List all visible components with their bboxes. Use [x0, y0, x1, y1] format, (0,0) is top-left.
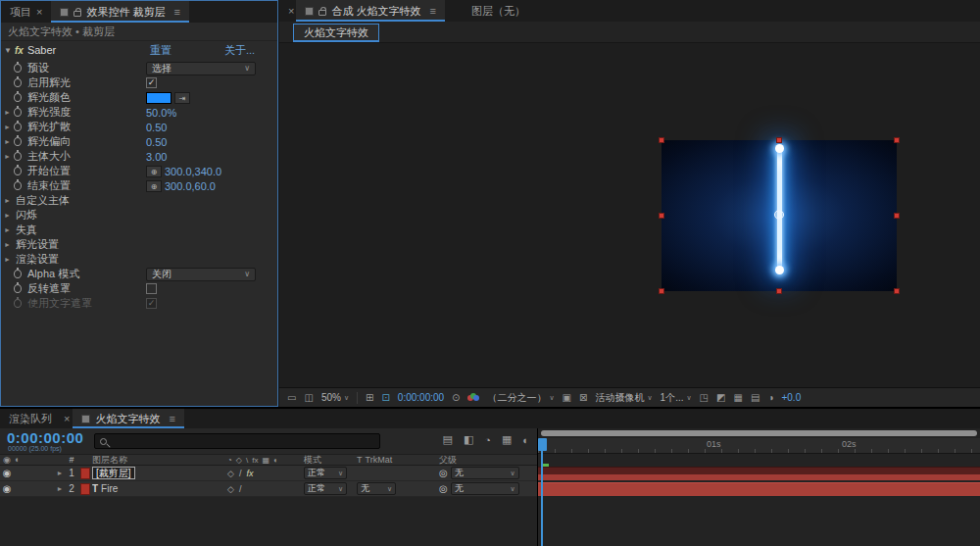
parent-header[interactable]: 父级	[439, 454, 537, 467]
layer-name-text[interactable]: Fire	[101, 483, 118, 494]
close-icon[interactable]: ×	[288, 5, 294, 17]
group-distortion[interactable]: ► 失真	[1, 223, 277, 237]
stopwatch-icon[interactable]	[14, 64, 22, 73]
selection-handle[interactable]	[659, 288, 664, 294]
reset-link[interactable]: 重置	[150, 43, 172, 58]
glow-intensity-value[interactable]: 50.0%	[146, 107, 176, 119]
stopwatch-icon[interactable]	[14, 167, 22, 175]
layer-name-header[interactable]: 图层名称	[92, 454, 225, 467]
close-icon[interactable]: ×	[64, 413, 70, 424]
expand-arrow-icon[interactable]: ►	[1, 109, 14, 116]
tab-render-queue[interactable]: 渲染队列	[0, 409, 61, 428]
layer-anchor-point[interactable]	[774, 210, 784, 220]
playhead[interactable]	[538, 438, 547, 546]
eye-icon[interactable]: ◉	[0, 483, 14, 494]
trkmat-dropdown[interactable]: 无∨	[357, 482, 396, 495]
fast-preview-icon[interactable]: ▤	[751, 392, 760, 403]
selection-handle[interactable]	[894, 137, 900, 143]
fx-icon[interactable]: fx	[246, 469, 253, 478]
expand-arrow-icon[interactable]: ►	[1, 124, 14, 130]
search-input[interactable]	[112, 436, 374, 447]
playhead-handle[interactable]	[538, 438, 547, 451]
layer-row-2[interactable]: ◉ ► 2 T Fire ◇ / 正常∨ 无∨ ◎ 无	[0, 481, 537, 497]
pixel-aspect-icon[interactable]: ◩	[716, 392, 725, 403]
layer-name-edit[interactable]: [裁剪层]	[92, 467, 135, 479]
parent-dropdown[interactable]: 无∨	[451, 482, 519, 495]
expand-arrow-icon[interactable]: ►	[1, 241, 14, 248]
tab-composition[interactable]: 合成 火焰文字特效 ≡	[296, 0, 444, 22]
current-timecode[interactable]: 0:00:00:00	[7, 429, 83, 446]
roi-icon[interactable]: ▣	[563, 392, 571, 403]
composition-viewer[interactable]	[279, 43, 980, 387]
selection-handle[interactable]	[776, 288, 782, 294]
lock-icon[interactable]	[318, 10, 326, 16]
close-icon[interactable]: ×	[36, 6, 42, 18]
search-box[interactable]	[94, 433, 380, 449]
quality-icon[interactable]: /	[239, 484, 242, 494]
stopwatch-icon[interactable]	[14, 78, 22, 87]
tab-timeline-comp[interactable]: 火焰文字特效 ≡	[73, 409, 183, 428]
tab-project[interactable]: 项目 ×	[1, 1, 51, 23]
expand-arrow-icon[interactable]: ►	[1, 138, 14, 145]
exposure-icon[interactable]: ◑	[767, 392, 773, 403]
expand-arrow-icon[interactable]: ►	[1, 153, 14, 160]
saber-start-point[interactable]	[775, 144, 784, 153]
grid-guides-icon[interactable]: ⊞	[366, 392, 373, 403]
pickwhip-icon[interactable]: ◎	[439, 468, 448, 478]
layer-bar-1[interactable]	[538, 467, 980, 480]
show-channels-icon[interactable]	[467, 393, 479, 403]
preset-dropdown[interactable]: 选择∨	[146, 62, 256, 75]
time-navigator[interactable]	[541, 430, 977, 436]
expand-arrow-icon[interactable]: ►	[55, 470, 65, 476]
mode-dropdown[interactable]: 正常∨	[304, 467, 347, 479]
shy-icon[interactable]: ◔	[484, 434, 491, 446]
stopwatch-icon[interactable]	[14, 284, 22, 293]
label-color-chip[interactable]	[78, 483, 92, 495]
expand-arrow-icon[interactable]: ►	[1, 256, 14, 263]
panel-menu-icon[interactable]: ≡	[430, 5, 436, 17]
group-render-settings[interactable]: ► 渲染设置	[1, 252, 277, 267]
collapse-icon[interactable]: ◇	[227, 469, 234, 478]
effect-header[interactable]: ▼ fx Saber 重置 关于...	[1, 41, 277, 59]
collapse-icon[interactable]: ◇	[227, 484, 234, 494]
stopwatch-icon[interactable]	[14, 137, 22, 146]
quality-icon[interactable]: /	[239, 469, 242, 478]
lock-icon[interactable]	[74, 11, 81, 17]
expand-arrow-icon[interactable]: ►	[1, 197, 14, 204]
mode-dropdown[interactable]: 正常∨	[304, 482, 347, 495]
crosshair-icon[interactable]: ⊕	[146, 166, 162, 177]
draft-3d-icon[interactable]: ◧	[464, 433, 473, 446]
saber-end-point[interactable]	[775, 266, 784, 274]
composition-canvas[interactable]	[662, 140, 897, 291]
expand-arrow-icon[interactable]: ►	[55, 485, 65, 492]
region-of-interest-icon[interactable]: ⊡	[381, 392, 389, 403]
trkmat-header[interactable]: T TrkMat	[357, 455, 439, 465]
selection-handle[interactable]	[894, 288, 900, 294]
group-flicker[interactable]: ► 闪烁	[1, 208, 277, 223]
exposure-value[interactable]: +0.0	[781, 392, 801, 403]
zoom-select[interactable]: 50% ∨	[321, 392, 349, 403]
comp-close[interactable]: ×	[279, 0, 296, 22]
alpha-mode-dropdown[interactable]: 关闭∨	[146, 268, 256, 281]
rulers-icon[interactable]: ▦	[734, 392, 743, 403]
tab-effect-controls[interactable]: 效果控件 裁剪层 ≡	[51, 1, 188, 23]
mode-header[interactable]: 模式	[304, 454, 357, 467]
stopwatch-icon[interactable]	[14, 181, 22, 190]
viewer-timecode[interactable]: 0:00:00:00	[398, 392, 444, 403]
glow-bias-value[interactable]: 0.50	[146, 136, 167, 148]
timeline-tracks[interactable]: 01s 02s	[537, 428, 980, 546]
layer-row-1[interactable]: ◉ ► 1 [裁剪层] ◇ / fx 正常∨ ◎ 无∨	[0, 466, 537, 481]
collapse-effect-icon[interactable]: ▼	[1, 46, 15, 55]
start-position-value[interactable]: 300.0,340.0	[165, 166, 221, 177]
viewer-tab-comp[interactable]: 火焰文字特效	[293, 24, 379, 42]
pickwhip-icon[interactable]: ◎	[439, 483, 448, 494]
screen-layout-icon[interactable]: ◫	[304, 392, 313, 403]
transparency-grid-icon[interactable]: ⊠	[579, 392, 587, 403]
stopwatch-icon[interactable]	[14, 108, 22, 117]
views-select[interactable]: 1个... ∨	[661, 391, 692, 405]
selection-handle[interactable]	[659, 213, 664, 219]
about-link[interactable]: 关于...	[224, 43, 255, 58]
core-size-value[interactable]: 3.00	[146, 151, 167, 163]
selection-handle[interactable]	[894, 213, 900, 219]
time-ruler[interactable]: 01s 02s	[538, 438, 980, 454]
